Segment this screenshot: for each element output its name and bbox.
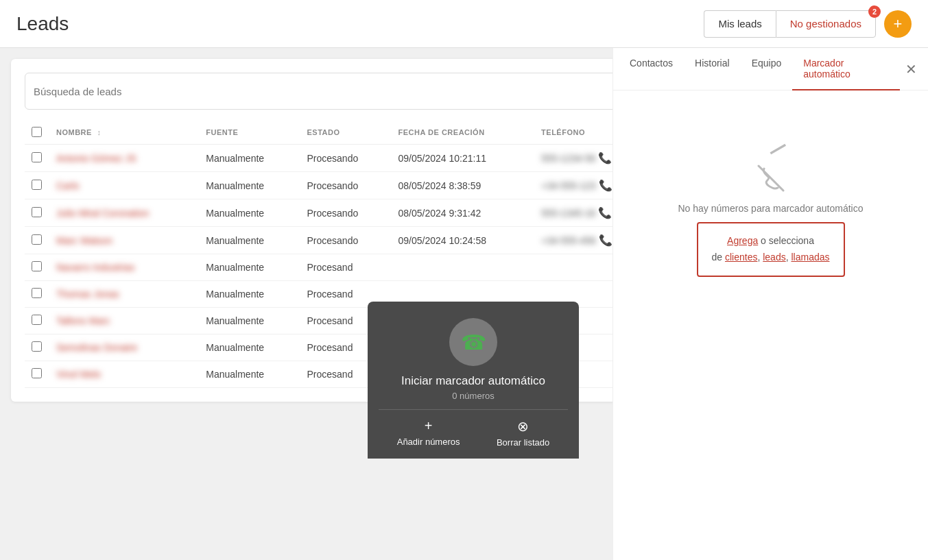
col-options-icon[interactable]: ••• [865, 126, 877, 138]
email-1: carlo@mail.com [687, 180, 756, 191]
row-email: marc@watson.com [680, 227, 837, 254]
sms-icon-0[interactable]: 💬 [615, 152, 630, 165]
row-checkbox-8[interactable] [32, 368, 42, 378]
row-checkbox-0[interactable] [32, 152, 42, 162]
row-estado: Procesando [300, 145, 392, 172]
row-pais: España [837, 199, 903, 227]
add-lead-button[interactable]: + [884, 10, 912, 38]
table-row: Carlo Manualmente Procesando 08/05/2024 … [25, 172, 903, 199]
lead-name-link-2[interactable]: Julio Miral Coronation [56, 208, 149, 219]
th-pais: PAÍS ••• [837, 121, 903, 145]
lead-name-link-3[interactable]: Marc Watson [56, 235, 112, 246]
add-numbers-button[interactable]: + Añadir números [397, 418, 460, 448]
row-pais: España [837, 172, 903, 199]
row-email: julio@coronation.com [680, 199, 837, 227]
badge-count: 2 [868, 5, 881, 18]
th-estado: ESTADO [300, 121, 392, 145]
row-fuente: Manualmente [199, 199, 300, 227]
close-panel-button[interactable]: ✕ [900, 48, 923, 90]
row-nombre: Semolinas Donaire [49, 334, 199, 361]
lead-name-link-1[interactable]: Carlo [56, 180, 79, 191]
row-checkbox-5[interactable] [32, 288, 42, 298]
row-pais [837, 254, 903, 281]
row-checkbox-6[interactable] [32, 315, 42, 325]
lead-name-link-7[interactable]: Semolinas Donaire [56, 342, 137, 353]
row-nombre: Marc Watson [49, 227, 199, 254]
sms-icon-3[interactable]: 💬 [615, 234, 631, 247]
delete-list-button[interactable]: ⊗ Borrar listado [497, 418, 549, 448]
call-icon-1[interactable]: 📞 [599, 179, 612, 192]
row-checkbox-7[interactable] [32, 341, 42, 352]
row-checkbox-cell [25, 361, 49, 388]
row-checkbox-2[interactable] [32, 207, 42, 217]
call-icon-0[interactable]: 📞 [598, 151, 612, 165]
row-fuente: Manualmente [199, 334, 300, 361]
sms-icon-1[interactable]: 💬 [615, 180, 631, 192]
autodial-subtitle: 0 números [452, 391, 494, 401]
lead-name-link-0[interactable]: Antonio Gómez JS [56, 153, 136, 164]
call-icon-3[interactable]: 📞 [599, 234, 612, 247]
phone-number-0: 555-1234-56 [541, 153, 595, 164]
row-fuente: Manualmente [199, 172, 300, 199]
row-checkbox-cell [25, 227, 49, 254]
row-checkbox-3[interactable] [32, 234, 42, 245]
autodial-title: Iniciar marcador automático [401, 374, 545, 388]
table-row: Antonio Gómez JS Manualmente Procesando … [25, 145, 903, 172]
row-pais: España [837, 145, 903, 172]
row-fecha: 08/05/2024 8:38:59 [392, 172, 535, 199]
search-input[interactable] [34, 86, 833, 97]
search-icon-button[interactable]: 🔍 [838, 84, 859, 99]
row-nombre: Julio Miral Coronation [49, 199, 199, 227]
phone-circle-icon: ☎ [449, 318, 497, 366]
table-header-row: NOMBRE ↕ FUENTE ESTADO FECHA DE CREACIÓN… [25, 121, 903, 145]
row-pais [837, 281, 903, 308]
th-fuente: FUENTE [199, 121, 300, 145]
row-fuente: Manualmente [199, 281, 300, 308]
row-checkbox-4[interactable] [32, 261, 42, 271]
row-email [680, 334, 837, 361]
row-fuente: Manualmente [199, 254, 300, 281]
row-telefono: +34-555-123 📞 💬 [534, 172, 680, 199]
more-options-button[interactable]: ••• [870, 79, 894, 104]
row-estado: Procesando [300, 199, 392, 227]
lead-name-link-6[interactable]: Tallons Marc [56, 315, 110, 326]
row-pais [837, 361, 903, 388]
lead-name-link-5[interactable]: Thomas Jonas [56, 289, 119, 300]
call-icon-2[interactable]: 📞 [598, 206, 612, 219]
add-icon: + [425, 418, 433, 434]
email-3: marc@watson.com [687, 235, 769, 246]
row-email [680, 361, 837, 388]
table-row: Navarro Industrias Manualmente Procesand [25, 254, 903, 281]
row-checkbox-cell [25, 334, 49, 361]
row-email: carlo@mail.com [680, 172, 837, 199]
row-fuente: Manualmente [199, 145, 300, 172]
row-telefono [534, 254, 680, 281]
row-checkbox-cell [25, 308, 49, 334]
phone-number-2: 555-1345-16 [541, 208, 595, 219]
row-estado: Procesand [300, 254, 392, 281]
lead-name-link-8[interactable]: Vinol Melo [56, 369, 101, 380]
row-fuente: Manualmente [199, 227, 300, 254]
autodial-dark-panel: ☎ Iniciar marcador automático 0 números … [368, 302, 579, 459]
lead-name-link-4[interactable]: Navarro Industrias [56, 262, 134, 273]
select-all-checkbox[interactable] [32, 127, 42, 137]
row-fuente: Manualmente [199, 361, 300, 388]
th-email: E-MAIL [680, 121, 837, 145]
top-bar-right: Mis leads No gestionados 2 + [704, 10, 912, 38]
top-bar: Leads Mis leads No gestionados 2 + [0, 0, 928, 48]
row-pais [837, 334, 903, 361]
row-nombre: Carlo [49, 172, 199, 199]
row-checkbox-cell [25, 199, 49, 227]
row-checkbox-cell [25, 145, 49, 172]
row-pais [837, 308, 903, 334]
no-gestionados-tab[interactable]: No gestionados 2 [776, 10, 876, 38]
sms-icon-2[interactable]: 💬 [615, 207, 630, 219]
row-telefono: +34-555-456 📞 💬 [534, 227, 680, 254]
row-email [680, 281, 837, 308]
page-title: Leads [16, 13, 69, 35]
panel-actions: + Añadir números ⊗ Borrar listado [379, 409, 568, 448]
row-checkbox-cell [25, 281, 49, 308]
row-checkbox-1[interactable] [32, 180, 42, 190]
mis-leads-tab[interactable]: Mis leads [704, 10, 775, 38]
sort-icon: ↕ [97, 128, 101, 136]
